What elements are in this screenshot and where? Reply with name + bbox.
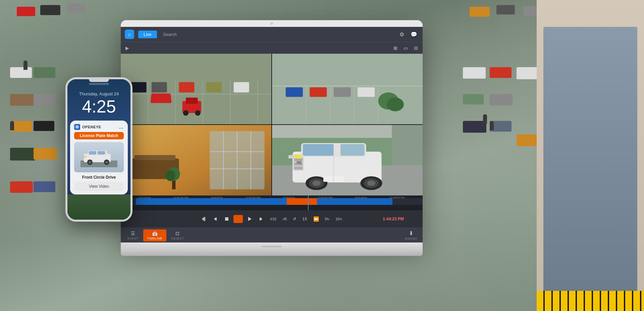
settings-icon[interactable]: ⚙ [397, 30, 407, 39]
timeline-tool-icon: 📅 [152, 231, 158, 236]
notif-location: Front Circle Drive [74, 175, 124, 180]
forward-10s-button[interactable]: 10↻ [333, 216, 344, 222]
svg-rect-19 [131, 82, 147, 93]
tab-search[interactable]: Search [158, 31, 182, 38]
svg-rect-11 [84, 156, 87, 158]
svg-rect-49 [135, 155, 175, 160]
nvr-header-right: ⚙ 💬 [397, 30, 419, 39]
svg-point-30 [387, 98, 404, 112]
grid-view-icon[interactable]: ⊞ [391, 44, 399, 52]
camera-feed-3 [121, 125, 271, 195]
tab-live[interactable]: Live [138, 31, 157, 38]
camera-feed-2 [272, 54, 423, 124]
svg-point-27 [195, 110, 200, 116]
svg-rect-59 [340, 144, 364, 156]
svg-rect-63 [294, 167, 302, 169]
svg-rect-78 [204, 217, 205, 221]
export-label: EXPORT [405, 237, 417, 240]
phone-time: 4:25 [82, 98, 116, 115]
timeline-date-7: 3/21/2024 [355, 196, 367, 199]
rewind-5s-button[interactable]: ↺5 [280, 216, 289, 222]
svg-marker-85 [260, 217, 262, 221]
camera-cell-3[interactable] [121, 125, 271, 195]
stop-button[interactable] [222, 215, 231, 223]
single-view-icon[interactable]: ▭ [401, 44, 410, 52]
nvr-toolbar-right: ⊞ ▭ ⊟ [391, 44, 420, 52]
rewind-1x-button[interactable]: ↺ [291, 216, 298, 222]
svg-rect-32 [310, 87, 327, 97]
notif-header: OPENEYE ... [74, 124, 124, 130]
timeline-tool-button[interactable]: 📅 TIMELINE [143, 229, 167, 241]
step-back-button[interactable] [211, 215, 220, 223]
svg-marker-77 [202, 217, 204, 221]
notif-app-name: OPENEYE [82, 125, 101, 129]
expand-sidebar-icon[interactable]: ▶ [123, 44, 131, 52]
timeline-date-4: 12:00:00 PM [245, 196, 260, 199]
person-silhouette [483, 114, 487, 124]
svg-rect-21 [179, 82, 194, 93]
svg-rect-31 [286, 87, 303, 97]
svg-rect-64 [297, 161, 301, 164]
record-button[interactable] [233, 215, 243, 223]
monitor-webcam [270, 22, 273, 25]
export-icon: ⬇ [409, 230, 413, 236]
svg-rect-81 [225, 217, 228, 221]
monitor-container: ⌂ Live Search ⚙ 💬 ▶ ⊞ ▭ ⊟ [121, 20, 423, 256]
timeline-date-2: 12:00:00 PM [173, 196, 188, 199]
svg-point-1 [76, 126, 78, 128]
multi-view-icon[interactable]: ⊟ [412, 44, 420, 52]
forward-5s-button[interactable]: 5↻ [323, 216, 332, 222]
nvr-timeline[interactable]: 3/17/2024 12:00:00 PM 3/18/2024 12:00:00… [121, 195, 423, 210]
timeline-date-6: 12:00:00 PM [317, 196, 332, 199]
svg-point-52 [166, 170, 175, 181]
object-tool-icon: ⊡ [175, 231, 179, 236]
camera-cell-2[interactable] [272, 54, 423, 124]
nvr-home-icon[interactable]: ⌂ [125, 30, 134, 39]
event-tool-icon: ☰ [131, 231, 135, 236]
svg-rect-25 [186, 98, 198, 104]
fast-forward-button[interactable]: ⏩ [311, 215, 321, 223]
phone-bottom-content [67, 194, 130, 220]
chat-icon[interactable]: 💬 [409, 30, 419, 39]
phone-dynamic-island [89, 83, 109, 85]
license-plate-match-badge: License Plate Match [74, 132, 124, 139]
camera-feed-4 [272, 125, 423, 195]
object-tool-label: OBJECT [171, 237, 184, 240]
svg-point-10 [105, 161, 108, 164]
camera-cell-1[interactable] [121, 54, 271, 124]
nvr-tabs: Live Search [138, 31, 182, 38]
skip-back-button[interactable] [199, 215, 209, 223]
svg-rect-65 [293, 154, 302, 159]
phone-notification-card: OPENEYE ... License Plate Match [70, 121, 128, 194]
step-forward-button[interactable] [256, 215, 266, 223]
phone-device: Thursday, August 24 4:25 OPENEYE [65, 77, 132, 222]
phone-device-container: Thursday, August 24 4:25 OPENEYE [65, 77, 132, 222]
view-video-button[interactable]: View Video [74, 182, 124, 191]
svg-rect-61 [294, 159, 302, 161]
svg-rect-58 [303, 144, 334, 156]
person-silhouette [10, 121, 14, 130]
svg-rect-34 [358, 87, 375, 97]
svg-rect-22 [206, 82, 222, 93]
nvr-header: ⌂ Live Search ⚙ 💬 [121, 27, 423, 42]
export-button[interactable]: ⬇ EXPORT [402, 229, 420, 242]
openeye-app-icon [74, 124, 80, 130]
camera-cell-4-highlighted[interactable] [272, 125, 423, 195]
play-button[interactable] [245, 215, 254, 223]
person-silhouette [490, 121, 494, 130]
timeline-date-1: 3/17/2024 [139, 196, 151, 199]
notif-options-dots[interactable]: ... [119, 124, 124, 130]
timeline-event-segment [287, 198, 317, 205]
nvr-software: ⌂ Live Search ⚙ 💬 ▶ ⊞ ▭ ⊟ [121, 27, 423, 242]
object-tool-button[interactable]: ⊡ OBJECT [167, 229, 188, 241]
svg-rect-33 [334, 87, 351, 97]
rewind-10s-button[interactable]: ↺10 [268, 216, 278, 222]
phone-screen: Thursday, August 24 4:25 OPENEYE [67, 79, 130, 220]
speed-1x-label[interactable]: 1X [300, 216, 309, 222]
monitor-stand-line [262, 246, 282, 247]
person-silhouette [23, 60, 28, 70]
camera-grid [121, 54, 423, 195]
svg-rect-76 [392, 125, 423, 165]
event-tool-button[interactable]: ☰ EVENT [123, 229, 143, 241]
timeline-labels: 3/17/2024 12:00:00 PM 3/18/2024 12:00:00… [121, 196, 423, 199]
